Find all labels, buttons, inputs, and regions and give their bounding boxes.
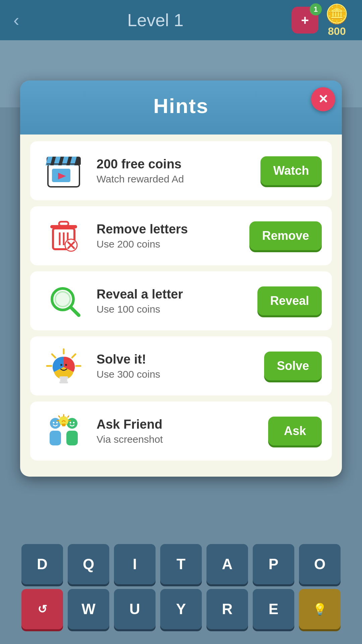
hint-row-ask: Ask Friend Via screenshot Ask xyxy=(30,401,332,461)
watch-icon-area xyxy=(40,151,87,191)
ask-icon-area xyxy=(40,411,87,451)
keyboard-area: D Q I T A P O ↺ W U Y R E 💡 xyxy=(0,537,362,644)
svg-point-31 xyxy=(60,364,62,366)
watch-button[interactable]: Watch xyxy=(260,156,322,185)
svg-line-25 xyxy=(72,354,75,358)
key-R[interactable]: R xyxy=(206,589,248,629)
svg-point-34 xyxy=(53,422,55,424)
svg-point-38 xyxy=(70,422,71,424)
key-Y[interactable]: Y xyxy=(160,589,202,629)
bulb-icon xyxy=(45,347,82,384)
svg-point-33 xyxy=(50,418,61,429)
key-hint[interactable]: 💡 xyxy=(299,589,341,629)
remove-text: Remove letters Use 200 coins xyxy=(97,222,240,250)
svg-line-20 xyxy=(71,307,79,315)
key-E[interactable]: E xyxy=(253,589,294,629)
svg-rect-28 xyxy=(59,376,68,379)
key-O[interactable]: O xyxy=(299,544,341,584)
clapper-icon xyxy=(45,154,82,187)
svg-rect-14 xyxy=(59,222,68,226)
remove-title: Remove letters xyxy=(97,222,240,236)
reveal-text: Reveal a letter Use 100 coins xyxy=(97,287,248,315)
svg-line-23 xyxy=(52,354,55,358)
key-P[interactable]: P xyxy=(253,544,294,584)
svg-rect-40 xyxy=(66,431,78,445)
svg-rect-42 xyxy=(62,424,66,425)
remove-button[interactable]: Remove xyxy=(249,221,322,250)
ask-title: Ask Friend xyxy=(97,417,259,432)
level-title: Level 1 xyxy=(127,10,184,30)
key-D[interactable]: D xyxy=(21,544,63,584)
modal-title: Hints xyxy=(27,94,335,118)
plus-icon: + xyxy=(301,13,309,28)
hint-row-remove: Remove letters Use 200 coins Remove xyxy=(30,206,332,265)
keyboard-row-2: ↺ W U Y R E 💡 xyxy=(7,589,355,629)
key-U[interactable]: U xyxy=(114,589,156,629)
watch-text: 200 free coins Watch rewarded Ad xyxy=(97,157,251,185)
watch-title: 200 free coins xyxy=(97,157,251,171)
ask-text: Ask Friend Via screenshot xyxy=(97,417,259,445)
key-I[interactable]: I xyxy=(114,544,156,584)
header-controls: + 1 🪙 800 xyxy=(292,3,349,38)
svg-point-35 xyxy=(56,422,58,424)
svg-point-32 xyxy=(65,364,67,366)
reveal-title: Reveal a letter xyxy=(97,287,248,302)
app-header: ‹ Level 1 + 1 🪙 800 xyxy=(0,0,362,40)
keyboard-row-1: D Q I T A P O xyxy=(7,544,355,584)
trash-icon xyxy=(47,219,80,253)
solve-subtitle: Use 300 coins xyxy=(97,369,255,380)
close-icon: ✕ xyxy=(318,92,328,106)
svg-rect-29 xyxy=(60,379,67,381)
key-Q[interactable]: Q xyxy=(68,544,109,584)
svg-rect-30 xyxy=(59,381,68,383)
svg-line-45 xyxy=(59,416,60,417)
watch-subtitle: Watch rewarded Ad xyxy=(97,173,251,185)
coins-icon: 🪙 xyxy=(325,3,349,25)
svg-point-21 xyxy=(54,290,71,308)
solve-button[interactable]: Solve xyxy=(264,352,322,380)
remove-icon-area xyxy=(40,216,87,256)
hint-row-watch: 200 free coins Watch rewarded Ad Watch xyxy=(30,141,332,200)
hint-row-solve: Solve it! Use 300 coins Solve xyxy=(30,336,332,395)
key-reset[interactable]: ↺ xyxy=(21,589,63,629)
ask-subtitle: Via screenshot xyxy=(97,434,259,445)
hints-modal: Hints ✕ xyxy=(20,80,342,477)
key-W[interactable]: W xyxy=(68,589,109,629)
svg-rect-36 xyxy=(50,431,61,445)
solve-title: Solve it! xyxy=(97,352,255,367)
key-A[interactable]: A xyxy=(206,544,248,584)
badge-count: 1 xyxy=(310,3,322,15)
reveal-subtitle: Use 100 coins xyxy=(97,304,248,315)
ask-button[interactable]: Ask xyxy=(268,417,322,445)
modal-header: Hints ✕ xyxy=(20,80,342,135)
svg-rect-43 xyxy=(62,425,65,426)
back-button[interactable]: ‹ xyxy=(13,10,19,30)
solve-text: Solve it! Use 300 coins xyxy=(97,352,255,380)
key-T[interactable]: T xyxy=(160,544,202,584)
magnifier-icon xyxy=(45,282,82,319)
solve-icon-area xyxy=(40,346,87,386)
svg-point-39 xyxy=(73,422,75,424)
svg-point-37 xyxy=(67,418,77,429)
plus-badge-button[interactable]: + 1 xyxy=(292,7,318,34)
friends-icon xyxy=(44,413,84,449)
modal-body: 200 free coins Watch rewarded Ad Watch xyxy=(20,135,342,477)
close-button[interactable]: ✕ xyxy=(311,87,335,111)
svg-line-46 xyxy=(68,416,69,417)
coins-count: 800 xyxy=(328,25,346,38)
reveal-icon-area xyxy=(40,281,87,321)
remove-subtitle: Use 200 coins xyxy=(97,238,240,250)
hint-row-reveal: Reveal a letter Use 100 coins Reveal xyxy=(30,271,332,330)
reveal-button[interactable]: Reveal xyxy=(257,286,322,315)
coins-display[interactable]: 🪙 800 xyxy=(325,3,349,38)
